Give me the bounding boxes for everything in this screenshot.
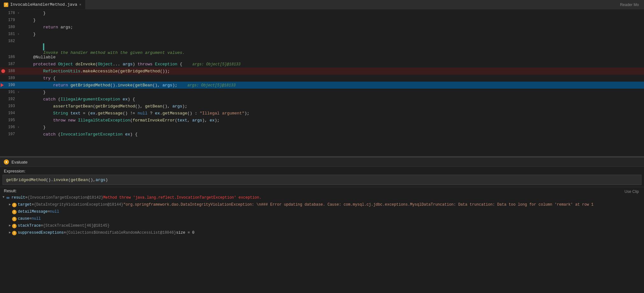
line-content-189: try { <box>22 76 644 81</box>
code-line-186: 186 @Nullable <box>0 54 644 61</box>
fold-191[interactable]: ▾ <box>18 90 22 94</box>
expand-arrow-detail: ▶ <box>9 209 11 213</box>
code-lines-container: 178 ▾ } 179 } 180 return args; 181 ▾ } <box>0 10 644 156</box>
result-row-suppressed: ▶ ! suppressedExceptions = {Collections$… <box>0 230 644 237</box>
line-content-181: } <box>22 32 644 37</box>
code-line-comment: Invoke the handler method with the given… <box>0 45 644 54</box>
result-icon-suppressed: ! <box>12 231 17 235</box>
result-exception-main: Method threw 'java.lang.reflect.Invocati… <box>103 195 261 200</box>
line-content-192: catch (IllegalArgumentException ex) { <box>22 97 644 102</box>
code-line-193: 193 assertTargetBean(getBridgedMethod(),… <box>0 103 644 110</box>
result-row-detail-message: ▶ ! detailMessage = null <box>0 209 644 216</box>
line-number-192: 192 <box>0 97 18 101</box>
debug-panel-title: Evaluate <box>11 160 28 165</box>
line-number-191: 191 <box>0 90 18 94</box>
line-content-197: catch (InvocationTargetException ex) { <box>22 132 644 137</box>
line-content-188: ReflectionUtils.makeAccessible(getBridge… <box>22 69 644 74</box>
tab-bar: J InvocableHandlerMethod.java × Reader M… <box>0 0 644 10</box>
result-ref-stack: {StackTraceElement[46]@18145} <box>43 223 110 228</box>
line-number-193: 193 <box>0 104 18 108</box>
line-content-180: return args; <box>22 25 644 30</box>
line-content-193: assertTargetBean(getBridgedMethod(), get… <box>22 104 644 109</box>
code-line-187: 187 protected Object doInvoke(Object... … <box>0 61 644 68</box>
result-icon-cause: ! <box>12 217 17 221</box>
result-value-target: "org.springframework.dao.DataIntegrityVi… <box>123 202 593 207</box>
expression-method3: getBean <box>71 178 88 182</box>
result-key-stack: stackTrace <box>18 223 41 228</box>
result-key-suppressed: suppressedExceptions <box>18 231 64 235</box>
code-line-179: 179 } <box>0 17 644 24</box>
result-tree: ▼ ∞ result = {InvocationTargetException@… <box>0 194 644 293</box>
tab-label: InvocableHandlerMethod.java <box>10 2 77 7</box>
use-clipboard-button[interactable]: Use Clip <box>625 189 639 194</box>
code-line-197: 197 catch (InvocationTargetException ex)… <box>0 131 644 138</box>
result-row-target: ▶ ! target = {DataIntegrityViolationExce… <box>0 201 644 209</box>
expand-arrow-cause: ▶ <box>9 216 11 220</box>
fold-196[interactable]: ▾ <box>18 125 22 129</box>
breakpoint-188[interactable] <box>1 69 5 73</box>
debug-header: ● Evaluate <box>0 157 644 167</box>
result-ref-target: {DataIntegrityViolationException@18144} <box>34 202 123 207</box>
line-number-179: 179 <box>0 18 18 22</box>
code-line-191: 191 ▾ } <box>0 89 644 96</box>
line-number-181: 181 <box>0 32 18 36</box>
java-file-icon: J <box>4 3 8 7</box>
line-number-182: 182 <box>0 39 18 43</box>
result-section: Result: Use Clip <box>0 187 644 194</box>
result-key-detail: detailMessage <box>18 209 48 214</box>
result-label: Result: <box>0 187 644 194</box>
expression-input[interactable]: getBridgedMethod().invoke(getBean(), arg… <box>3 175 641 185</box>
code-line-188: 188 ReflectionUtils.makeAccessible(getBr… <box>0 68 644 75</box>
result-ref-main: {InvocationTargetException@18142} <box>27 195 103 200</box>
code-line-181: 181 ▾ } <box>0 31 644 38</box>
result-icon-stack: ! <box>12 224 17 228</box>
result-icon-infinity: ∞ <box>6 196 10 200</box>
line-number-195: 195 <box>0 118 18 122</box>
debug-evaluate-panel: ● Evaluate Expression: getBridgedMethod(… <box>0 157 644 293</box>
line-number-180: 180 <box>0 25 18 29</box>
debug-icon: ● <box>4 159 9 165</box>
result-key-cause: cause <box>18 216 29 221</box>
reader-mode-label[interactable]: Reader Mo <box>620 3 644 7</box>
code-line-192: 192 catch (IllegalArgumentException ex) … <box>0 96 644 103</box>
code-line-190: 190 return getBridgedMethod().invoke(get… <box>0 82 644 89</box>
code-line-196: 196 ▾ } <box>0 124 644 131</box>
code-editor: 178 ▾ } 179 } 180 return args; 181 ▾ } <box>0 10 644 156</box>
line-number-178: 178 <box>0 11 18 15</box>
result-key-main: result <box>11 195 25 200</box>
breakpoint-arrow-190 <box>1 83 4 87</box>
expression-arg: args <box>96 178 105 182</box>
result-value-detail: null <box>50 209 59 214</box>
line-content-187: protected Object doInvoke(Object... args… <box>22 62 644 67</box>
line-content-195: throw new IllegalStateException(formatIn… <box>22 118 644 123</box>
expression-method1: getBridgedMethod <box>6 178 46 182</box>
fold-178[interactable]: ▾ <box>18 11 22 15</box>
line-number-197: 197 <box>0 132 18 136</box>
line-content-191: } <box>22 90 644 95</box>
expand-arrow-stack[interactable]: ▶ <box>9 223 11 227</box>
expand-arrow-target[interactable]: ▶ <box>9 202 11 206</box>
expression-method2: invoke <box>53 178 68 182</box>
code-line-180: 180 return args; <box>0 24 644 31</box>
result-icon-detail: ! <box>12 210 17 214</box>
line-number-190: 190 <box>0 83 18 87</box>
line-content-179: } <box>22 18 644 23</box>
result-row-cause: ▶ ! cause = null <box>0 216 644 223</box>
result-ref-suppressed: {Collections$UnmodifiableRandomAccessLis… <box>66 231 176 235</box>
expand-arrow-suppressed[interactable]: ▶ <box>9 231 11 234</box>
code-line-195: 195 throw new IllegalStateException(form… <box>0 117 644 124</box>
tab-close-button[interactable]: × <box>79 3 82 7</box>
line-number-188: 188 <box>0 69 18 73</box>
result-icon-target: ! <box>12 203 17 207</box>
expand-arrow-main[interactable]: ▼ <box>3 195 4 199</box>
line-content-194: String text = (ex.getMessage() != null ?… <box>22 111 644 116</box>
line-number-189: 189 <box>0 76 18 80</box>
line-number-186: 186 <box>0 55 18 59</box>
result-value-cause: null <box>32 216 41 221</box>
line-number-187: 187 <box>0 62 18 66</box>
code-line-178: 178 ▾ } <box>0 10 644 17</box>
line-content-190: return getBridgedMethod().invoke(getBean… <box>22 83 644 88</box>
result-key-target: target <box>18 202 32 207</box>
tab-invocable-handler[interactable]: J InvocableHandlerMethod.java × <box>0 0 85 9</box>
fold-181[interactable]: ▾ <box>18 32 22 36</box>
